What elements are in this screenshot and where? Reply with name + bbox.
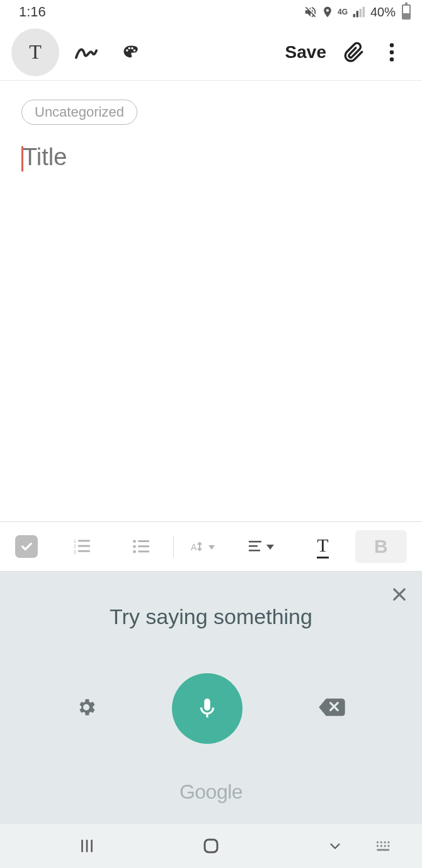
backspace-icon xyxy=(317,697,346,718)
svg-point-1 xyxy=(390,50,394,54)
svg-rect-8 xyxy=(78,550,90,552)
voice-backspace-button[interactable] xyxy=(317,697,346,720)
recents-button[interactable] xyxy=(68,838,106,854)
chevron-down-icon xyxy=(325,839,345,853)
underline-button[interactable]: T xyxy=(297,530,348,563)
back-button[interactable] xyxy=(316,839,354,853)
pen-tool-button[interactable] xyxy=(64,30,108,74)
bullet-list-button[interactable] xyxy=(115,530,166,563)
mute-icon xyxy=(304,5,317,19)
divider xyxy=(173,536,174,557)
attach-button[interactable] xyxy=(335,41,373,64)
svg-rect-16 xyxy=(249,541,261,543)
network-type: 4G xyxy=(338,8,348,16)
bold-button[interactable]: B xyxy=(355,530,407,563)
close-icon xyxy=(391,586,408,603)
system-nav-bar xyxy=(0,824,422,868)
svg-rect-12 xyxy=(138,540,149,542)
svg-point-24 xyxy=(380,842,382,843)
more-vertical-icon xyxy=(389,43,394,62)
svg-point-11 xyxy=(133,550,136,553)
microphone-button[interactable] xyxy=(172,673,242,744)
paperclip-icon xyxy=(343,41,365,64)
keyboard-switch-button[interactable] xyxy=(365,840,403,852)
home-button[interactable] xyxy=(192,836,230,855)
text-tool-button[interactable]: T xyxy=(11,28,59,76)
pen-icon xyxy=(74,43,98,62)
svg-point-25 xyxy=(384,842,386,843)
check-icon xyxy=(20,540,33,553)
svg-rect-7 xyxy=(78,545,90,547)
bullet-list-icon xyxy=(130,538,152,555)
battery-icon xyxy=(402,4,411,20)
svg-point-2 xyxy=(390,57,394,62)
svg-text:3: 3 xyxy=(74,550,76,554)
svg-point-10 xyxy=(133,545,136,548)
svg-point-0 xyxy=(390,43,394,47)
palette-tool-button[interactable] xyxy=(108,30,152,74)
font-size-button[interactable]: A xyxy=(180,530,232,563)
palette-icon xyxy=(119,43,142,61)
home-icon xyxy=(202,836,220,855)
svg-point-29 xyxy=(384,845,386,847)
location-icon xyxy=(321,5,334,19)
numbered-list-button[interactable]: 123 xyxy=(57,530,108,563)
status-bar: 1:16 4G 40% xyxy=(0,0,422,24)
category-chip[interactable]: Uncategorized xyxy=(21,100,137,125)
text-tool-icon: T xyxy=(29,40,42,64)
recents-icon xyxy=(77,838,96,854)
voice-prompt-text: Try saying something xyxy=(110,605,312,629)
voice-settings-button[interactable] xyxy=(76,697,97,720)
signal-icon xyxy=(351,6,365,18)
keyboard-icon xyxy=(375,840,393,852)
svg-point-9 xyxy=(133,540,136,543)
font-size-icon: A xyxy=(191,538,222,555)
underline-icon: T xyxy=(317,535,328,558)
svg-rect-31 xyxy=(377,849,389,851)
close-voice-button[interactable] xyxy=(391,586,408,606)
checklist-button[interactable] xyxy=(15,535,38,558)
microphone-icon xyxy=(195,695,219,722)
svg-text:2: 2 xyxy=(74,544,76,548)
battery-percent: 40% xyxy=(370,5,396,20)
svg-text:A: A xyxy=(191,542,197,552)
svg-point-30 xyxy=(387,845,389,847)
numbered-list-icon: 123 xyxy=(72,538,93,555)
bold-icon: B xyxy=(374,536,388,557)
save-button[interactable]: Save xyxy=(277,42,335,62)
svg-rect-14 xyxy=(138,550,149,552)
app-toolbar: T Save xyxy=(0,24,422,81)
format-toolbar: 123 A T B xyxy=(0,521,422,572)
svg-rect-22 xyxy=(205,840,217,852)
title-field[interactable] xyxy=(21,144,401,171)
align-icon xyxy=(249,538,280,555)
text-caret xyxy=(21,146,23,171)
svg-point-23 xyxy=(377,842,379,843)
gear-icon xyxy=(76,697,97,718)
svg-point-27 xyxy=(377,845,379,847)
editor-area[interactable]: Uncategorized xyxy=(0,81,422,521)
svg-rect-13 xyxy=(138,545,149,547)
svg-rect-18 xyxy=(249,550,260,552)
voice-input-panel: Try saying something Google xyxy=(0,572,422,824)
google-brand: Google xyxy=(180,780,242,804)
title-input[interactable] xyxy=(21,144,401,171)
more-options-button[interactable] xyxy=(373,43,411,62)
align-button[interactable] xyxy=(239,530,290,563)
svg-rect-6 xyxy=(78,540,90,542)
svg-text:1: 1 xyxy=(74,539,76,543)
status-icons: 4G 40% xyxy=(304,4,411,20)
clock: 1:16 xyxy=(19,4,46,20)
svg-point-28 xyxy=(380,845,382,847)
svg-rect-17 xyxy=(249,545,258,547)
svg-point-26 xyxy=(387,842,389,843)
